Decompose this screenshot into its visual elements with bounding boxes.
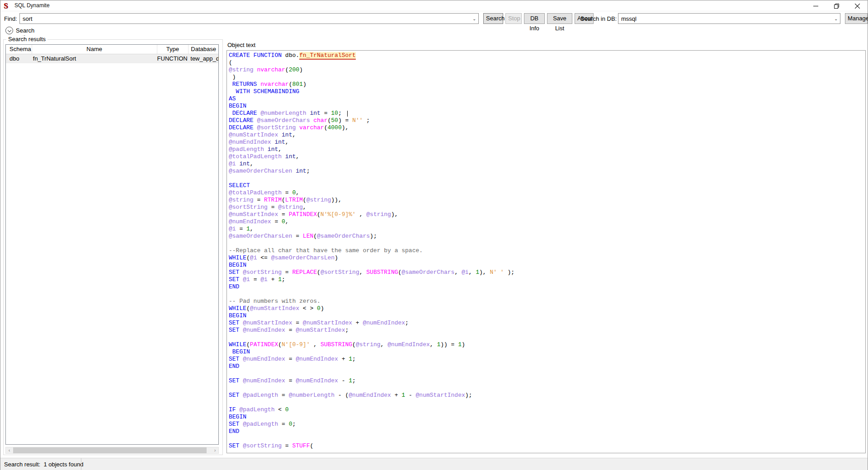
- find-input[interactable]: [20, 14, 470, 24]
- code-line: @numStartIndex = PATINDEX(N'%[0-9]%' , @…: [229, 211, 865, 218]
- code-line: DECLARE @sortString varchar(4000),: [229, 124, 865, 132]
- code-line: RETURNS nvarchar(801): [229, 81, 865, 88]
- status-separator: [81, 458, 81, 470]
- code-line: [229, 435, 865, 442]
- close-button[interactable]: [847, 0, 868, 11]
- code-line: [229, 385, 865, 392]
- table-cell: tew_app_dat: [189, 54, 218, 63]
- code-line: AS: [229, 95, 865, 103]
- search-in-db-label: Search in DB:: [580, 15, 617, 22]
- code-line: SET @numStartIndex = @numStartIndex + @n…: [229, 320, 865, 327]
- code-line: SET @numEndIndex = @numEndIndex + 1;: [229, 356, 865, 363]
- code-line: SELECT: [229, 182, 865, 189]
- code-line: SET @numEndIndex = @numStartIndex;: [229, 327, 865, 334]
- code-line: BEGIN: [229, 103, 865, 110]
- title-bar: S SQL Dynamite: [0, 0, 868, 11]
- code-line: BEGIN: [229, 348, 865, 356]
- chevron-down-icon[interactable]: ⌄: [472, 17, 477, 21]
- code-line: @totalPadLength int,: [229, 153, 865, 160]
- code-line: WITH SCHEMABINDING: [229, 88, 865, 95]
- status-text: Search result: 1 objects found: [4, 461, 84, 468]
- code-line: --Replace all char that have the same or…: [229, 247, 865, 254]
- code-line: ): [229, 74, 865, 81]
- table-cell: fn_TrNaturalSort: [32, 54, 157, 63]
- scrollbar-thumb[interactable]: [13, 447, 207, 453]
- code-line: [229, 334, 865, 341]
- code-line: WHILE(PATINDEX(N'[0-9]' , SUBSTRING(@str…: [229, 341, 865, 348]
- code-line: DECLARE @sameOrderChars char(50) = N'' ;: [229, 117, 865, 124]
- app-window: S SQL Dynamite Find: ⌄ Search Stop DB In…: [0, 0, 868, 470]
- code-line: END: [229, 363, 865, 370]
- column-header-schema[interactable]: Schema: [6, 45, 32, 54]
- results-table-body: dbofn_TrNaturalSortFUNCTIONtew_app_dat: [6, 54, 218, 63]
- code-line: [229, 291, 865, 298]
- column-header-type[interactable]: Type: [157, 45, 189, 54]
- app-logo-icon: S: [4, 2, 11, 9]
- code-line: SET @numEndIndex = @numEndIndex - 1;: [229, 377, 865, 385]
- manage-button[interactable]: Manage: [845, 13, 868, 24]
- code-line: SET @sortString = STUFF(: [229, 442, 865, 450]
- table-cell: dbo: [6, 54, 32, 63]
- code-line: IF @padLength < 0: [229, 406, 865, 414]
- code-line: @i = 1,: [229, 226, 865, 233]
- code-line: END: [229, 428, 865, 435]
- window-title: SQL Dynamite: [14, 2, 50, 9]
- results-table-header: SchemaNameTypeDatabase: [6, 45, 218, 54]
- code-line: @string nvarchar(200): [229, 66, 865, 74]
- code-line: @sameOrderCharsLen = LEN(@sameOrderChars…: [229, 233, 865, 240]
- code-line: BEGIN: [229, 414, 865, 421]
- code-line: [229, 399, 865, 406]
- scroll-right-icon[interactable]: ›: [212, 447, 218, 453]
- code-line: @sortString = @string,: [229, 204, 865, 211]
- horizontal-scrollbar[interactable]: ‹ ›: [5, 447, 219, 454]
- search-results-group: Search results SchemaNameTypeDatabase db…: [3, 39, 223, 455]
- db-info-button[interactable]: DB Info: [524, 13, 545, 24]
- code-line: END: [229, 283, 865, 291]
- search-match-highlight: fn_TrNaturalSort: [299, 52, 356, 60]
- code-line: @numStartIndex int,: [229, 132, 865, 139]
- code-line: SET @padLength = 0;: [229, 421, 865, 428]
- find-toolbar: Find: ⌄ Search Stop DB Info Save List Ab…: [0, 12, 868, 25]
- find-combobox[interactable]: ⌄: [19, 13, 479, 24]
- code-line: (: [229, 59, 865, 66]
- results-table[interactable]: SchemaNameTypeDatabase dbofn_TrNaturalSo…: [5, 44, 219, 445]
- scroll-left-icon[interactable]: ‹: [6, 447, 13, 453]
- code-line: @numEndIndex = 0,: [229, 218, 865, 226]
- code-line: BEGIN: [229, 262, 865, 269]
- table-cell: FUNCTION: [157, 54, 189, 63]
- status-bar: Search result: 1 objects found: [0, 458, 868, 470]
- code-line: @i int,: [229, 160, 865, 168]
- stop-button: Stop: [505, 13, 522, 24]
- database-input[interactable]: [618, 14, 832, 24]
- search-button[interactable]: Search: [483, 13, 503, 24]
- code-line: @padLength int,: [229, 146, 865, 153]
- sql-code: CREATE FUNCTION dbo.fn_TrNaturalSort(@st…: [227, 51, 865, 450]
- code-line: SET @i = @i + 1;: [229, 276, 865, 283]
- database-combobox[interactable]: ⌄: [618, 13, 840, 24]
- find-label: Find:: [4, 15, 17, 22]
- table-row[interactable]: dbofn_TrNaturalSortFUNCTIONtew_app_dat: [6, 54, 218, 63]
- text-caret: [347, 111, 348, 117]
- object-text-editor[interactable]: CREATE FUNCTION dbo.fn_TrNaturalSort(@st…: [226, 50, 866, 453]
- code-line: -- Pad numbers with zeros.: [229, 298, 865, 305]
- search-results-group-label: Search results: [6, 36, 47, 42]
- code-line: BEGIN: [229, 312, 865, 320]
- code-line: SET @sortString = REPLACE(@sortString, S…: [229, 269, 865, 276]
- restore-button[interactable]: [826, 0, 847, 11]
- code-line: CREATE FUNCTION dbo.fn_TrNaturalSort: [229, 52, 865, 59]
- code-line: @totalPadLength = 0,: [229, 189, 865, 197]
- expander-chevron-icon[interactable]: [5, 27, 13, 34]
- code-line: [229, 175, 865, 182]
- column-header-database[interactable]: Database: [189, 45, 218, 54]
- code-line: SET @padLength = @numberLength - (@numEn…: [229, 392, 865, 399]
- code-line: [229, 370, 865, 377]
- save-list-button[interactable]: Save List: [547, 13, 572, 24]
- code-line: @sameOrderCharsLen int;: [229, 168, 865, 175]
- code-line: [229, 240, 865, 247]
- minimize-button[interactable]: [805, 0, 826, 11]
- column-header-name[interactable]: Name: [32, 45, 157, 54]
- code-line: DECLARE @numberLength int = 10;: [229, 110, 865, 117]
- chevron-down-icon[interactable]: ⌄: [834, 17, 839, 21]
- code-line: @string = RTRIM(LTRIM(@string)),: [229, 197, 865, 204]
- object-text-label: Object text: [227, 42, 255, 48]
